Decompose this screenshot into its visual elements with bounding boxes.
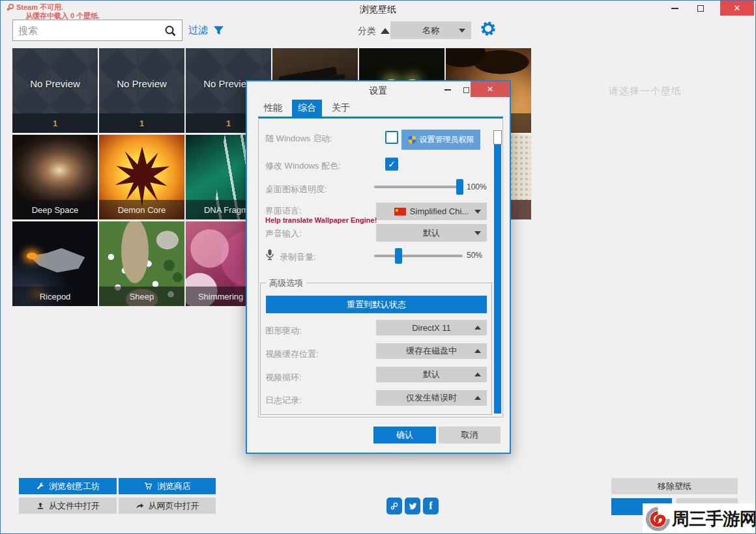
settings-dialog: 设置 ✕ 性能 综合 关于 随 Windows 启动: 设置管理员权限 修改 W…	[246, 80, 511, 454]
microphone-icon	[265, 249, 274, 260]
video-cache-label: 视频缓存位置:	[265, 348, 375, 360]
tile-footer: Ricepod	[12, 287, 98, 306]
dialog-scrollbar[interactable]	[493, 130, 502, 414]
icon-opacity-slider-track[interactable]	[374, 186, 463, 188]
set-admin-rights-label: 设置管理员权限	[420, 134, 474, 145]
modify-colors-label: 修改 Windows 配色:	[265, 160, 375, 172]
uac-shield-icon	[408, 135, 416, 145]
record-volume-slider-thumb[interactable]	[395, 248, 402, 264]
maximize-icon	[463, 87, 469, 93]
tile-count-badge: 1	[226, 119, 231, 128]
cancel-button[interactable]: 取消	[439, 427, 501, 443]
tile-no-preview-text: No Preview	[12, 78, 98, 89]
tile-footer: Demon Core	[99, 200, 184, 219]
logging-dropdown[interactable]: 仅发生错误时	[376, 390, 487, 406]
dialog-close-button[interactable]: ✕	[471, 81, 510, 97]
graphics-driver-dropdown[interactable]: DirectX 11	[376, 320, 487, 335]
modify-colors-checkbox[interactable]: ✓	[385, 158, 398, 171]
watermark: 周三手游网	[643, 503, 756, 534]
audio-input-label: 声音输入:	[265, 228, 375, 240]
tile-label: Deep Space	[32, 205, 79, 215]
audio-input-value: 默认	[423, 227, 440, 239]
watermark-spiral-logo-icon	[646, 506, 670, 532]
graphics-driver-value: DirectX 11	[412, 323, 451, 333]
chevron-down-icon	[474, 231, 481, 235]
video-loop-label: 视频循环:	[265, 372, 375, 384]
chevron-down-icon	[474, 210, 481, 214]
record-volume-slider-track[interactable]	[374, 255, 463, 257]
video-loop-value: 默认	[423, 369, 440, 380]
icon-opacity-label: 桌面图标透明度:	[265, 184, 375, 195]
dialog-tabs: 性能 综合 关于	[258, 100, 356, 117]
app-window: Steam 不可用. 从缓存中载入 0 个壁纸. 浏览壁纸 ✕ 过滤 分类 名称…	[0, 0, 756, 534]
audio-input-dropdown[interactable]: 默认	[376, 224, 487, 242]
set-admin-rights-button[interactable]: 设置管理员权限	[401, 130, 480, 150]
tile-label: Demon Core	[118, 205, 166, 215]
tile-label: Sheep	[130, 292, 154, 302]
tile-footer: Deep Space	[12, 200, 98, 219]
close-icon: ✕	[487, 85, 493, 94]
video-cache-value: 缓存在磁盘中	[406, 345, 457, 357]
watermark-text: 周三手游网	[672, 507, 756, 531]
wallpaper-tile[interactable]: Ricepod	[12, 221, 98, 306]
wallpaper-tile[interactable]: No Preview1	[99, 48, 184, 133]
language-label: 界面语言:	[265, 205, 375, 217]
tab-general[interactable]: 综合	[292, 100, 322, 117]
chevron-up-icon	[474, 372, 481, 376]
wallpaper-tile[interactable]: Demon Core	[99, 135, 184, 219]
reset-defaults-button[interactable]: 重置到默认状态	[266, 296, 487, 313]
tile-label: Ricepod	[40, 292, 71, 302]
scrollbar-groove	[494, 145, 501, 414]
tile-no-preview-text: No Preview	[99, 78, 184, 89]
chevron-up-icon	[474, 349, 481, 353]
tab-performance[interactable]: 性能	[258, 100, 288, 117]
autostart-label: 随 Windows 启动:	[265, 133, 375, 145]
tile-count-badge: 1	[139, 119, 144, 128]
tile-footer: 1	[99, 113, 184, 133]
logging-label: 日志记录:	[265, 395, 375, 406]
graphics-driver-label: 图形驱动:	[265, 325, 375, 337]
chevron-up-icon	[474, 396, 481, 400]
record-volume-label: 录制音量:	[280, 251, 389, 263]
icon-opacity-slider-thumb[interactable]	[456, 179, 463, 195]
tile-footer: Sheep	[99, 287, 184, 306]
record-volume-value: 50%	[467, 251, 482, 260]
confirm-button[interactable]: 确认	[373, 427, 436, 443]
language-dropdown[interactable]: Simplified Chi...	[376, 203, 487, 220]
chevron-up-icon	[474, 326, 481, 330]
icon-opacity-value: 100%	[467, 182, 487, 191]
translate-link[interactable]: Help translate Wallpaper Engine!	[265, 216, 377, 224]
minimize-icon	[444, 89, 451, 91]
scrollbar-thumb[interactable]	[493, 130, 502, 145]
wallpaper-tile[interactable]: No Preview1	[12, 48, 98, 133]
video-cache-dropdown[interactable]: 缓存在磁盘中	[376, 343, 487, 359]
wallpaper-tile[interactable]: Deep Space	[12, 135, 98, 219]
advanced-options-label: 高级选项	[266, 277, 306, 289]
tab-about[interactable]: 关于	[326, 100, 356, 117]
china-flag-icon	[394, 208, 406, 216]
tile-footer: 1	[12, 113, 98, 133]
tile-count-badge: 1	[53, 119, 57, 128]
video-loop-dropdown[interactable]: 默认	[376, 367, 487, 382]
dialog-minimize-button[interactable]	[440, 84, 456, 96]
autostart-checkbox[interactable]	[385, 131, 398, 144]
language-value: Simplified Chi...	[410, 206, 469, 216]
wallpaper-tile[interactable]: Sheep	[99, 221, 184, 306]
logging-value: 仅发生错误时	[406, 392, 457, 404]
